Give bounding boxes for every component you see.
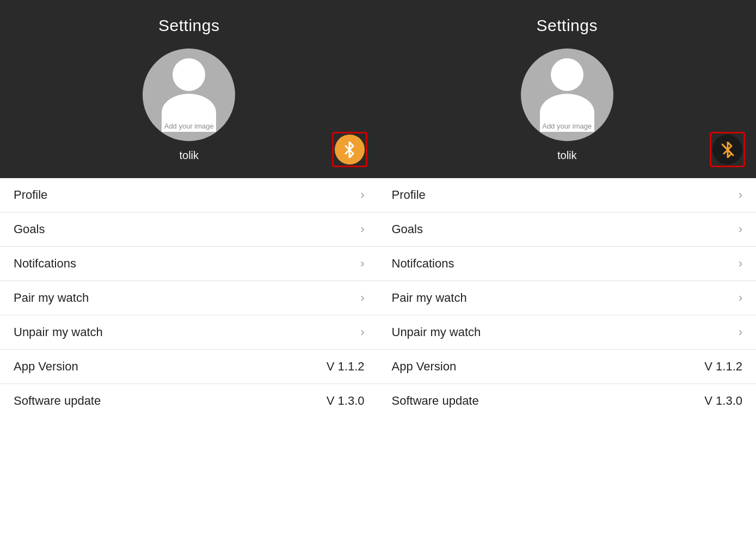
left-header: Settings Add your image tolik (0, 0, 378, 178)
left-avatar-silhouette (162, 58, 216, 132)
right-app-version-label: App Version (392, 360, 457, 374)
left-menu-software-update: Software update V 1.3.0 (0, 384, 378, 418)
right-profile-chevron: › (739, 188, 742, 202)
right-menu-list: Profile › Goals › Notifcations › Pair my… (378, 178, 757, 548)
right-unpair-watch-label: Unpair my watch (392, 325, 481, 339)
left-notifications-label: Notifcations (14, 257, 76, 271)
left-pair-watch-label: Pair my watch (14, 291, 89, 305)
right-menu-goals[interactable]: Goals › (378, 212, 757, 247)
left-avatar-label: Add your image (164, 122, 214, 130)
right-menu-pair-watch[interactable]: Pair my watch › (378, 281, 757, 315)
left-software-update-value: V 1.3.0 (327, 394, 365, 408)
right-avatar-container[interactable]: Add your image (521, 48, 613, 141)
right-panel: Settings Add your image tolik (378, 0, 757, 548)
right-menu-notifications[interactable]: Notifcations › (378, 247, 757, 281)
left-app-version-label: App Version (14, 360, 78, 374)
right-username: tolik (557, 149, 577, 162)
right-software-update-value: V 1.3.0 (704, 394, 742, 408)
right-menu-profile[interactable]: Profile › (378, 178, 757, 212)
left-menu-notifications[interactable]: Notifcations › (0, 247, 378, 281)
left-unpair-watch-label: Unpair my watch (14, 325, 103, 339)
right-unpair-watch-chevron: › (739, 325, 742, 339)
left-unpair-watch-chevron: › (360, 325, 364, 339)
right-notifications-label: Notifcations (392, 257, 454, 271)
left-avatar-circle: Add your image (143, 48, 235, 141)
left-title: Settings (158, 16, 219, 35)
left-username: tolik (179, 149, 199, 162)
left-menu-list: Profile › Goals › Notifcations › Pair my… (0, 178, 378, 548)
right-header: Settings Add your image tolik (378, 0, 757, 178)
left-profile-label: Profile (14, 188, 47, 202)
right-bluetooth-warning-icon (720, 142, 736, 158)
left-bt-container[interactable] (332, 132, 367, 167)
right-avatar-label: Add your image (542, 122, 592, 130)
left-avatar-container[interactable]: Add your image (143, 48, 235, 141)
right-bt-circle (712, 135, 742, 165)
right-notifications-chevron: › (739, 257, 742, 271)
left-goals-label: Goals (14, 222, 45, 236)
left-menu-profile[interactable]: Profile › (0, 178, 378, 212)
right-profile-label: Profile (392, 188, 426, 202)
left-profile-chevron: › (360, 188, 364, 202)
left-software-update-label: Software update (14, 394, 101, 408)
right-pair-watch-label: Pair my watch (392, 291, 467, 305)
left-app-version-value: V 1.1.2 (327, 360, 365, 374)
left-panel: Settings Add your image tolik (0, 0, 378, 548)
right-goals-chevron: › (739, 222, 742, 236)
left-menu-app-version: App Version V 1.1.2 (0, 350, 378, 384)
right-app-version-value: V 1.1.2 (704, 360, 742, 374)
left-pair-watch-chevron: › (360, 291, 364, 305)
right-menu-app-version: App Version V 1.1.2 (378, 350, 757, 384)
right-avatar-silhouette (540, 58, 594, 132)
left-avatar-head (173, 58, 205, 91)
right-menu-software-update: Software update V 1.3.0 (378, 384, 757, 418)
right-title: Settings (537, 16, 598, 35)
left-bt-highlight (332, 132, 367, 167)
right-menu-unpair-watch[interactable]: Unpair my watch › (378, 315, 757, 350)
right-avatar-circle: Add your image (521, 48, 613, 141)
right-avatar-head (551, 58, 583, 91)
right-bt-container[interactable] (710, 132, 745, 167)
right-goals-label: Goals (392, 222, 423, 236)
left-notifications-chevron: › (360, 257, 364, 271)
right-pair-watch-chevron: › (739, 291, 742, 305)
right-software-update-label: Software update (392, 394, 479, 408)
left-bt-circle (335, 135, 365, 165)
left-goals-chevron: › (360, 222, 364, 236)
right-bt-highlight (710, 132, 745, 167)
left-menu-goals[interactable]: Goals › (0, 212, 378, 247)
left-menu-unpair-watch[interactable]: Unpair my watch › (0, 315, 378, 350)
left-menu-pair-watch[interactable]: Pair my watch › (0, 281, 378, 315)
left-bluetooth-icon (341, 142, 358, 158)
